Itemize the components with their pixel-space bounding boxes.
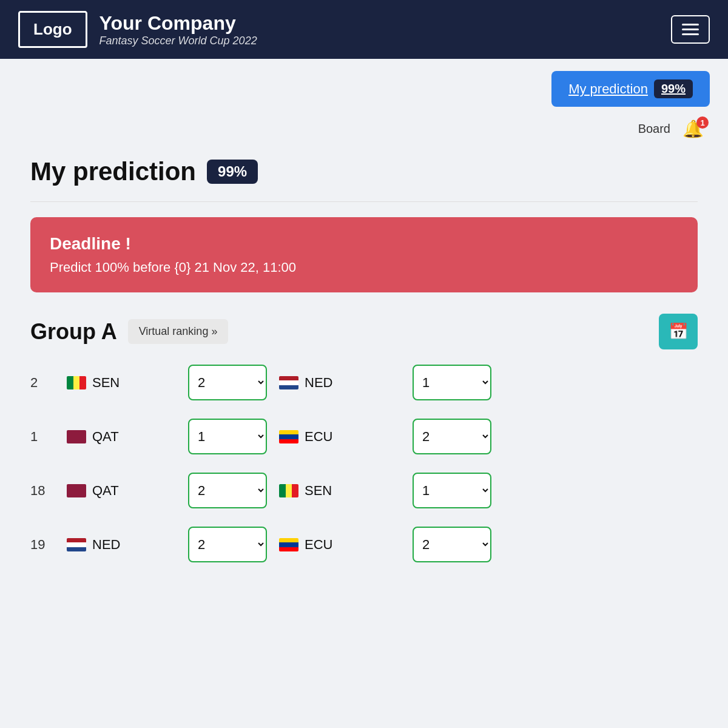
company-info: Your Company Fantasy Soccer World Cup 20… bbox=[99, 12, 257, 47]
away-score-select[interactable]: 012345 bbox=[413, 473, 491, 508]
group-header-left: Group A Virtual ranking » bbox=[30, 319, 228, 345]
page-title-badge: 99% bbox=[207, 160, 258, 184]
team-away: NED bbox=[279, 375, 400, 391]
team-home-name: NED bbox=[92, 537, 120, 553]
deadline-banner: Deadline ! Predict 100% before {0} 21 No… bbox=[30, 217, 698, 292]
header-left: Logo Your Company Fantasy Soccer World C… bbox=[18, 11, 257, 48]
match-number: 19 bbox=[30, 537, 67, 553]
home-score-select[interactable]: 012345 bbox=[188, 419, 267, 454]
menu-line-1 bbox=[682, 24, 699, 25]
group-header: Group A Virtual ranking » 📅 bbox=[30, 314, 698, 349]
team-away: ECU bbox=[279, 429, 400, 445]
home-score-select[interactable]: 012345 bbox=[188, 473, 267, 508]
company-subtitle: Fantasy Soccer World Cup 2022 bbox=[99, 35, 257, 47]
board-label: Board bbox=[638, 122, 670, 136]
away-score-select[interactable]: 012345 bbox=[413, 527, 491, 562]
flag-home-qat bbox=[67, 430, 86, 443]
team-home-name: QAT bbox=[92, 429, 119, 445]
logo: Logo bbox=[18, 11, 87, 48]
match-row: 19 NED 012345 ECU 012345 bbox=[30, 527, 698, 562]
team-away: SEN bbox=[279, 483, 400, 499]
board-bar: Board 🔔 1 bbox=[0, 113, 728, 151]
away-score-select[interactable]: 012345 bbox=[413, 365, 491, 400]
home-score-select[interactable]: 012345 bbox=[188, 527, 267, 562]
notification-bell[interactable]: 🔔 1 bbox=[682, 119, 704, 139]
match-row: 18 QAT 012345 SEN 012345 bbox=[30, 473, 698, 508]
prediction-percentage-badge: 99% bbox=[654, 79, 693, 98]
team-away-name: NED bbox=[305, 375, 332, 391]
team-home: NED bbox=[67, 537, 188, 553]
flag-home-ned bbox=[67, 538, 86, 551]
menu-line-3 bbox=[682, 33, 699, 35]
divider bbox=[30, 201, 698, 202]
flag-away-sen bbox=[279, 484, 298, 497]
flag-home-qat bbox=[67, 484, 86, 497]
team-home-name: QAT bbox=[92, 483, 119, 499]
match-row: 1 QAT 012345 ECU 012345 bbox=[30, 419, 698, 454]
header: Logo Your Company Fantasy Soccer World C… bbox=[0, 0, 728, 59]
flag-home-sen bbox=[67, 376, 86, 389]
team-home: QAT bbox=[67, 483, 188, 499]
prediction-button[interactable]: My prediction 99% bbox=[551, 71, 710, 107]
notification-count: 1 bbox=[696, 116, 709, 129]
matches-container: 2 SEN 012345 NED 012345 1 QAT 012345 bbox=[30, 365, 698, 562]
menu-button[interactable] bbox=[671, 15, 710, 44]
match-row: 2 SEN 012345 NED 012345 bbox=[30, 365, 698, 400]
calendar-button[interactable]: 📅 bbox=[659, 314, 698, 349]
team-home-name: SEN bbox=[92, 375, 120, 391]
main-content: My prediction 99% Deadline ! Predict 100… bbox=[0, 151, 728, 605]
flag-away-ecu bbox=[279, 538, 298, 551]
company-name: Your Company bbox=[99, 12, 257, 35]
match-number: 1 bbox=[30, 429, 67, 445]
away-score-select[interactable]: 012345 bbox=[413, 419, 491, 454]
team-home: SEN bbox=[67, 375, 188, 391]
menu-line-2 bbox=[682, 29, 699, 30]
team-away-name: ECU bbox=[305, 537, 332, 553]
calendar-icon: 📅 bbox=[669, 322, 688, 341]
prediction-button-label: My prediction bbox=[568, 81, 648, 97]
team-away-name: SEN bbox=[305, 483, 332, 499]
match-number: 2 bbox=[30, 375, 67, 391]
deadline-title: Deadline ! bbox=[50, 234, 678, 254]
flag-away-ned bbox=[279, 376, 298, 389]
team-away-name: ECU bbox=[305, 429, 332, 445]
page-title: My prediction bbox=[30, 157, 196, 186]
team-home: QAT bbox=[67, 429, 188, 445]
deadline-text: Predict 100% before {0} 21 Nov 22, 11:00 bbox=[50, 260, 678, 275]
match-number: 18 bbox=[30, 483, 67, 499]
team-away: ECU bbox=[279, 537, 400, 553]
page-title-row: My prediction 99% bbox=[30, 157, 698, 186]
home-score-select[interactable]: 012345 bbox=[188, 365, 267, 400]
sub-header: My prediction 99% bbox=[0, 59, 728, 113]
group-title: Group A bbox=[30, 319, 117, 345]
virtual-ranking-button[interactable]: Virtual ranking » bbox=[128, 319, 229, 344]
flag-away-ecu bbox=[279, 430, 298, 443]
